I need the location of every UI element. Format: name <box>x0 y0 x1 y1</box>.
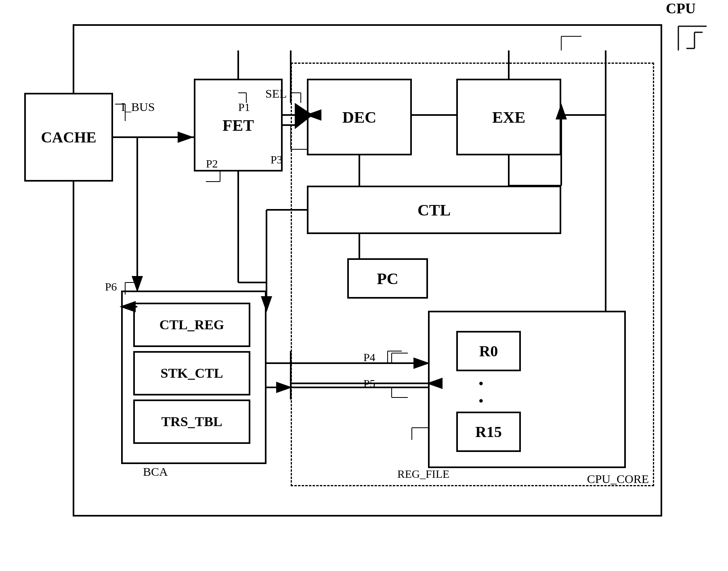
exe-box: EXE <box>456 79 561 155</box>
exe-label: EXE <box>492 108 525 127</box>
stkctl-label: STK_CTL <box>161 366 223 381</box>
pc-label: PC <box>377 269 398 288</box>
r0-label: R0 <box>479 342 498 360</box>
ctl-box: CTL <box>307 186 561 234</box>
ibus-label: I_BUS <box>121 100 155 114</box>
sel-label: SEL <box>265 87 287 100</box>
cache-label: CACHE <box>41 128 96 146</box>
ctl-label: CTL <box>417 201 451 220</box>
dec-label: DEC <box>342 108 376 127</box>
cpu-core-label: CPU_CORE <box>587 472 649 486</box>
r15-label: R15 <box>475 423 501 441</box>
r15-box: R15 <box>456 412 521 452</box>
stkctl-box: STK_CTL <box>133 351 250 395</box>
trstbl-box: TRS_TBL <box>133 399 250 444</box>
r0-box: R0 <box>456 331 521 371</box>
ctlreg-label: CTL_REG <box>159 317 224 333</box>
p5-label: P5 <box>363 377 376 390</box>
dec-box: DEC <box>307 79 412 155</box>
cpu-label: CPU <box>666 0 696 17</box>
trstbl-label: TRS_TBL <box>161 414 222 429</box>
fet-label: FET <box>222 116 254 135</box>
p3-label: P3 <box>271 153 283 166</box>
pc-box: PC <box>347 258 428 299</box>
ctlreg-box: CTL_REG <box>133 303 250 347</box>
p1-label: P1 <box>238 101 250 114</box>
p2-label: P2 <box>206 157 218 170</box>
p6-label: P6 <box>105 280 117 293</box>
regfile-label: REG_FILE <box>397 468 449 481</box>
bca-label: BCA <box>143 465 168 479</box>
cache-box: CACHE <box>24 93 113 182</box>
p4-label: P4 <box>363 351 376 364</box>
